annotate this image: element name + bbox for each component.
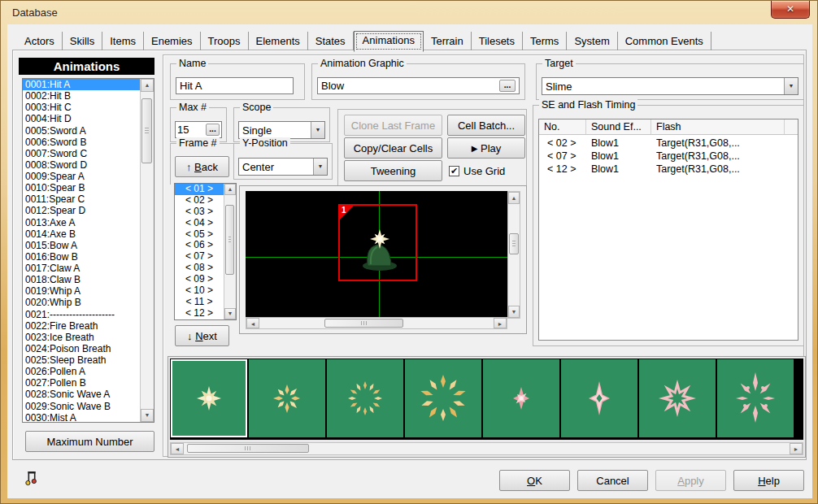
preview-horizontal-scrollbar[interactable]: ◄ ► [246, 317, 507, 329]
chevron-down-icon[interactable]: ▼ [313, 159, 327, 175]
copy-clear-cells-button[interactable]: Copy/Clear Cells [344, 137, 442, 159]
browse-graphic-button[interactable]: ... [499, 80, 516, 92]
use-grid-option[interactable]: ✔ Use Grid [449, 165, 505, 177]
frame-list-item[interactable]: < 04 > [175, 218, 224, 229]
scroll-right-icon[interactable]: ► [494, 318, 507, 328]
list-item[interactable]: 0028:Sonic Wave A [23, 389, 140, 400]
anim-frame-cell-1[interactable] [171, 359, 247, 437]
anim-frame-cell-6[interactable] [561, 359, 637, 437]
max-browse-button[interactable]: ... [206, 124, 220, 136]
tab[interactable]: Enemies [144, 32, 201, 50]
tab[interactable]: Skills [63, 32, 102, 50]
animation-canvas[interactable]: 1 [246, 191, 507, 319]
list-item[interactable]: 0011:Spear C [23, 193, 140, 205]
tab[interactable]: Tilesets [472, 32, 523, 50]
close-button[interactable]: ✕ [771, 1, 810, 19]
frame-back-button[interactable]: ↑ Back [175, 156, 229, 177]
list-item[interactable]: 0009:Spear A [23, 171, 140, 182]
cell-batch-button[interactable]: Cell Batch... [447, 115, 525, 136]
tab[interactable]: Actors [17, 32, 63, 50]
preview-vertical-scrollbar[interactable]: ▲ ▼ [507, 191, 520, 319]
column-header[interactable]: Flash [651, 119, 785, 134]
table-row[interactable]: < 02 > Blow1 Target(R31,G08,... [539, 137, 798, 150]
list-item[interactable]: 0030:Mist A [23, 412, 140, 422]
list-item[interactable]: 0001:Hit A [23, 79, 140, 90]
list-item[interactable]: 0017:Claw A [23, 263, 140, 274]
column-header[interactable]: Sound Ef... [586, 119, 651, 134]
scope-select[interactable]: Single ▼ [238, 121, 325, 139]
list-item[interactable]: 0029:Sonic Wave B [23, 401, 140, 412]
scroll-up-icon[interactable]: ▲ [508, 192, 520, 204]
list-item[interactable]: 0022:Fire Breath [23, 320, 140, 332]
list-item[interactable]: 0027:Pollen B [23, 377, 140, 389]
list-item[interactable]: 0013:Axe A [23, 217, 140, 228]
list-item[interactable]: 0010:Spear B [23, 182, 140, 193]
column-header[interactable]: No. [539, 119, 586, 134]
list-item[interactable]: 0023:Ice Breath [23, 332, 140, 343]
frame-list-item[interactable]: < 10 > [175, 285, 224, 297]
scrollbar-thumb[interactable] [509, 233, 519, 254]
scroll-down-icon[interactable]: ▼ [508, 306, 520, 318]
frame-list-item[interactable]: < 02 > [175, 195, 224, 206]
anim-frame-cell-3[interactable] [327, 359, 403, 437]
frame-list-item[interactable]: < 07 > [175, 251, 224, 263]
frame-list-item[interactable]: < 01 > [175, 184, 224, 195]
list-item[interactable]: 0015:Bow A [23, 240, 140, 251]
anim-frame-cell-5[interactable] [483, 359, 559, 437]
clone-last-frame-button[interactable]: Clone Last Frame [344, 115, 442, 136]
scrollbar-thumb[interactable] [324, 319, 403, 328]
scrollbar-thumb[interactable] [225, 205, 234, 275]
checkbox-icon[interactable]: ✔ [449, 166, 459, 176]
table-row[interactable]: < 12 > Blow1 Target(R31,G08,... [539, 163, 798, 176]
frame-list-item[interactable]: < 11 > [175, 297, 224, 308]
list-item[interactable]: 0019:Whip A [23, 285, 140, 297]
list-item[interactable]: 0008:Sword D [23, 159, 140, 171]
strip-horizontal-scrollbar[interactable]: ◄ ► [170, 442, 803, 455]
list-item[interactable]: 0014:Axe B [23, 228, 140, 240]
scroll-up-icon[interactable]: ▲ [141, 79, 154, 92]
scrollbar-thumb[interactable] [141, 98, 152, 163]
list-item[interactable]: 0012:Spear D [23, 205, 140, 216]
frame-list-item[interactable]: < 12 > [175, 308, 224, 319]
cancel-button[interactable]: Cancel [577, 470, 648, 491]
tab[interactable]: Animations [354, 31, 424, 52]
list-item[interactable]: 0020:Whip B [23, 297, 140, 308]
tab[interactable]: Terrain [424, 32, 472, 50]
list-item[interactable]: 0021:-------------------- [23, 309, 140, 320]
list-item[interactable]: 0025:Sleep Breath [23, 354, 140, 366]
maximum-number-button[interactable]: Maximum Number [25, 431, 154, 452]
animation-graphic-input[interactable]: Blow ... [317, 77, 520, 94]
help-button[interactable]: Help [733, 470, 804, 491]
frame-list-item[interactable]: < 09 > [175, 274, 224, 285]
scroll-down-icon[interactable]: ▼ [224, 308, 236, 319]
list-item[interactable]: 0006:Sword B [23, 137, 140, 148]
ok-button[interactable]: OK [499, 470, 570, 491]
tab[interactable]: Items [102, 32, 144, 50]
list-item[interactable]: 0026:Pollen A [23, 366, 140, 377]
scroll-right-icon[interactable]: ► [790, 443, 803, 454]
list-item[interactable]: 0004:Hit D [23, 113, 140, 124]
anim-frame-cell-7[interactable] [639, 359, 716, 437]
tab[interactable]: States [308, 32, 354, 50]
frame-list-item[interactable]: < 06 > [175, 240, 224, 251]
scroll-left-icon[interactable]: ◄ [171, 443, 184, 454]
list-item[interactable]: 0016:Bow B [23, 251, 140, 263]
anim-frame-cell-2[interactable] [249, 359, 325, 437]
tab[interactable]: System [567, 32, 617, 50]
list-item[interactable]: 0005:Sword A [23, 125, 140, 137]
play-button[interactable]: ▶ Play [447, 137, 525, 159]
scroll-left-icon[interactable]: ◄ [246, 318, 259, 328]
scroll-up-icon[interactable]: ▲ [224, 184, 236, 195]
frame-list-item[interactable]: < 08 > [175, 263, 224, 274]
tab[interactable]: Common Events [618, 32, 711, 50]
frame-list-item[interactable]: < 03 > [175, 206, 224, 218]
list-item[interactable]: 0002:Hit B [23, 90, 140, 102]
list-item[interactable]: 0003:Hit C [23, 102, 140, 113]
frame-list-item[interactable]: < 05 > [175, 229, 224, 241]
list-item[interactable]: 0007:Sword C [23, 148, 140, 159]
name-input[interactable]: Hit A [176, 77, 294, 94]
scroll-down-icon[interactable]: ▼ [141, 409, 154, 422]
frame-next-button[interactable]: ↓ Next [175, 325, 229, 346]
y-position-select[interactable]: Center ▼ [238, 158, 328, 176]
list-item[interactable]: 0018:Claw B [23, 274, 140, 285]
